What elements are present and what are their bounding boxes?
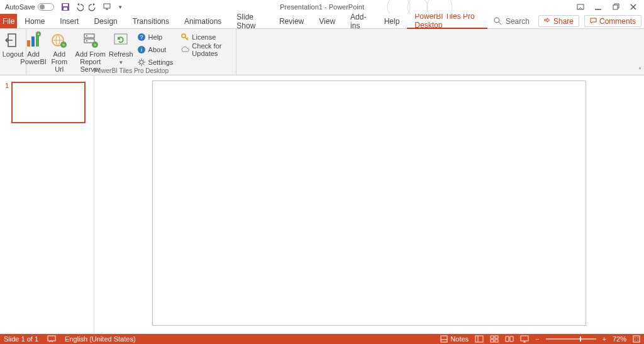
search-icon	[494, 17, 502, 25]
zoom-out-icon[interactable]: −	[535, 335, 539, 343]
autosave-toggle[interactable]: AutoSave	[5, 3, 54, 11]
tab-file[interactable]: File	[0, 14, 17, 28]
add-powerbi-button[interactable]: + Add PowerBI	[20, 30, 47, 65]
logout-icon	[4, 31, 22, 49]
globe-plus-icon: +	[50, 31, 68, 49]
comments-icon	[590, 18, 597, 25]
bar-chart-icon: +	[25, 31, 42, 49]
svg-line-13	[499, 22, 501, 25]
window-restore-icon[interactable]	[611, 3, 620, 11]
tab-add-ins[interactable]: Add-ins	[343, 14, 377, 28]
help-icon: ?	[137, 33, 146, 42]
tab-transitions[interactable]: Transitions	[125, 14, 177, 28]
comments-label: Comments	[599, 17, 636, 26]
slide-sorter-view-icon[interactable]	[490, 335, 499, 343]
language-status[interactable]: English (United States)	[65, 335, 136, 343]
svg-rect-2	[64, 8, 67, 10]
svg-rect-1	[63, 4, 68, 6]
status-bar: Slide 1 of 1 English (United States) Not…	[0, 334, 644, 344]
tab-home[interactable]: Home	[17, 14, 52, 28]
normal-view-icon[interactable]	[475, 335, 484, 343]
svg-point-5	[408, 0, 428, 14]
refresh-icon	[112, 31, 130, 49]
slideshow-view-icon[interactable]	[520, 335, 529, 343]
refresh-button[interactable]: Refresh ▾	[109, 30, 133, 65]
settings-button[interactable]: Settings	[137, 57, 174, 68]
zoom-slider[interactable]	[546, 338, 596, 340]
about-label: About	[148, 46, 167, 53]
about-button[interactable]: i About	[137, 44, 174, 55]
svg-text:i: i	[141, 47, 142, 53]
svg-rect-46	[633, 336, 640, 342]
svg-rect-3	[104, 4, 110, 8]
svg-point-6	[427, 0, 452, 14]
svg-rect-23	[84, 34, 94, 38]
workspace: 1	[0, 75, 644, 334]
svg-rect-41	[491, 336, 494, 338]
autosave-label: AutoSave	[5, 3, 35, 11]
comments-button[interactable]: Comments	[584, 15, 641, 27]
autosave-knob	[40, 4, 45, 9]
autosave-switch[interactable]	[38, 3, 54, 11]
gear-icon	[137, 58, 146, 67]
server-plus-icon: +	[82, 31, 99, 49]
svg-rect-15	[27, 40, 30, 47]
fit-to-window-icon[interactable]	[633, 335, 640, 343]
slide-thumbnail-pane: 1	[0, 75, 94, 334]
svg-text:+: +	[93, 42, 96, 48]
slide-counter[interactable]: Slide 1 of 1	[4, 335, 38, 343]
notes-toggle[interactable]: Notes	[440, 335, 469, 343]
window-close-icon[interactable]	[629, 3, 638, 11]
window-minimize-icon[interactable]	[594, 3, 602, 11]
add-from-report-server-button[interactable]: + Add From Report Server	[72, 30, 109, 73]
check-updates-button[interactable]: Check for Updates	[180, 44, 238, 55]
zoom-slider-thumb[interactable]	[580, 336, 581, 341]
tab-view[interactable]: View	[311, 14, 343, 28]
slide-canvas[interactable]	[152, 80, 586, 326]
start-from-beginning-icon[interactable]	[102, 2, 112, 12]
tab-insert[interactable]: Insert	[52, 14, 86, 28]
ribbon-display-options-icon[interactable]	[576, 3, 585, 11]
tab-powerbi-tiles[interactable]: PowerBI Tiles Pro Desktop	[407, 14, 487, 29]
tab-slide-show[interactable]: Slide Show	[229, 14, 272, 28]
zoom-in-icon[interactable]: +	[602, 335, 606, 343]
svg-point-26	[86, 40, 87, 42]
slide-thumbnail-1[interactable]	[11, 82, 86, 123]
tab-design[interactable]: Design	[86, 14, 125, 28]
notes-label: Notes	[450, 335, 469, 343]
undo-icon[interactable]	[74, 2, 84, 12]
search-placeholder: Search	[506, 17, 530, 26]
tab-review[interactable]: Review	[272, 14, 311, 28]
svg-point-4	[387, 0, 410, 14]
add-powerbi-label: Add PowerBI	[20, 50, 47, 65]
tab-animations[interactable]: Animations	[177, 14, 229, 28]
info-icon: i	[137, 45, 146, 54]
spellcheck-icon[interactable]	[47, 335, 56, 343]
svg-rect-42	[495, 336, 498, 338]
settings-label: Settings	[148, 58, 174, 66]
collapse-ribbon-icon[interactable]: ˄	[638, 67, 641, 74]
chevron-down-icon: ▾	[119, 59, 123, 65]
ribbon: Logout + Add PowerBI	[0, 29, 644, 75]
notes-icon	[440, 335, 448, 343]
slide-canvas-area	[94, 75, 644, 334]
license-button[interactable]: License	[180, 31, 238, 43]
svg-rect-16	[31, 36, 35, 47]
add-from-url-button[interactable]: + Add From Url	[47, 30, 72, 73]
redo-icon[interactable]	[88, 2, 98, 12]
cloud-refresh-icon	[180, 45, 189, 54]
share-label: Share	[553, 17, 574, 26]
svg-point-34	[140, 60, 143, 64]
zoom-percent[interactable]: 72%	[613, 335, 626, 343]
svg-rect-24	[84, 39, 94, 43]
share-button[interactable]: Share	[538, 15, 579, 27]
qat-more-icon[interactable]: ▾	[116, 2, 126, 12]
save-icon[interactable]	[60, 2, 70, 12]
tab-help[interactable]: Help	[377, 14, 408, 28]
tell-me-search[interactable]: Search	[487, 14, 536, 28]
refresh-label: Refresh	[109, 50, 133, 58]
license-label: License	[192, 33, 216, 41]
help-button[interactable]: ? Help	[137, 31, 174, 43]
reading-view-icon[interactable]	[505, 335, 514, 343]
slide-number: 1	[3, 82, 9, 89]
